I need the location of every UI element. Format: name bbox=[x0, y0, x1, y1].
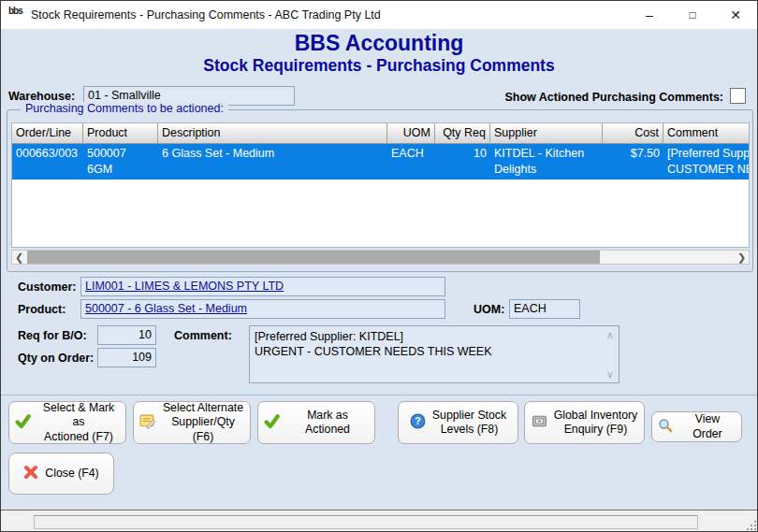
col-supplier[interactable]: Supplier bbox=[490, 123, 603, 143]
cell-order-line: 000663/003 bbox=[12, 144, 83, 180]
green-check-icon bbox=[264, 413, 280, 433]
group-title: Purchasing Comments to be actioned: bbox=[21, 102, 228, 115]
comment-text: [Preferred Supplier: KITDEL] URGENT - CU… bbox=[255, 329, 600, 360]
button-label: Supplier Stock Levels (F8) bbox=[432, 409, 506, 438]
svg-text:?: ? bbox=[415, 415, 420, 426]
product-field[interactable]: 500007 - 6 Glass Set - Medium bbox=[80, 299, 445, 319]
button-label: Select Alternate Supplier/Qty (F6) bbox=[162, 401, 244, 444]
magnifier-icon bbox=[658, 418, 673, 437]
product-label: Product: bbox=[18, 303, 66, 316]
supplier-stock-levels-button[interactable]: ? Supplier Stock Levels (F8) bbox=[398, 401, 518, 444]
button-label: Close (F4) bbox=[45, 467, 98, 481]
col-qty-req[interactable]: Qty Req bbox=[435, 123, 490, 143]
window-title: Stock Requirements - Purchasing Comments… bbox=[31, 1, 381, 29]
maximize-button[interactable]: □ bbox=[671, 1, 714, 29]
req-bo-label: Req for B/O: bbox=[18, 329, 87, 342]
cell-cost: $7.50 bbox=[603, 144, 663, 180]
green-check-icon bbox=[15, 413, 31, 433]
table-header: Order/Line Product Description UOM Qty R… bbox=[12, 123, 749, 144]
mark-as-actioned-button[interactable]: Mark as Actioned bbox=[257, 401, 375, 444]
close-window-button[interactable]: ✕ bbox=[714, 1, 757, 29]
resize-grip[interactable] bbox=[747, 521, 756, 530]
app-title: BBS Accounting bbox=[1, 31, 757, 56]
col-cost[interactable]: Cost bbox=[603, 123, 663, 143]
col-product[interactable]: Product bbox=[83, 123, 158, 143]
inventory-drawer-icon bbox=[532, 413, 547, 433]
help-icon: ? bbox=[410, 413, 426, 433]
cell-qty-req: 10 bbox=[435, 144, 490, 180]
scroll-up-icon[interactable]: ∧ bbox=[604, 328, 617, 341]
button-label: Select & Mark as Actioned (F7) bbox=[37, 401, 120, 444]
scrollbar-thumb[interactable] bbox=[27, 251, 600, 264]
select-mark-actioned-button[interactable]: Select & Mark as Actioned (F7) bbox=[8, 401, 126, 444]
button-label: Mark as Actioned bbox=[286, 409, 369, 438]
show-actioned-checkbox[interactable] bbox=[730, 88, 746, 104]
qty-on-order-label: Qty on Order: bbox=[18, 352, 94, 365]
comment-label: Comment: bbox=[174, 329, 232, 342]
purchasing-comments-group: Purchasing Comments to be actioned: Orde… bbox=[7, 109, 753, 272]
scroll-right-icon[interactable]: ❯ bbox=[735, 251, 749, 264]
button-label: View Order bbox=[679, 412, 736, 441]
app-window: bbs Stock Requirements - Purchasing Comm… bbox=[0, 0, 758, 532]
close-button[interactable]: Close (F4) bbox=[8, 453, 114, 495]
uom-label: UOM: bbox=[474, 303, 504, 316]
table-horizontal-scrollbar[interactable]: ❮ ❯ bbox=[11, 250, 750, 265]
app-icon-monogram: bbs bbox=[8, 6, 22, 16]
col-description[interactable]: Description bbox=[158, 123, 387, 143]
title-bar: bbs Stock Requirements - Purchasing Comm… bbox=[1, 1, 757, 29]
cell-comment: [Preferred Supp CUSTOMER NE bbox=[663, 144, 749, 180]
scroll-down-icon[interactable]: ∨ bbox=[604, 367, 617, 381]
purchasing-comments-table[interactable]: Order/Line Product Description UOM Qty R… bbox=[11, 122, 750, 248]
red-x-icon bbox=[23, 465, 38, 483]
customer-field[interactable]: LIM001 - LIMES & LEMONS PTY LTD bbox=[80, 277, 445, 296]
scroll-left-icon[interactable]: ❮ bbox=[12, 251, 26, 264]
table-row[interactable]: 000663/003 500007 6GM 6 Glass Set - Medi… bbox=[12, 144, 749, 180]
divider bbox=[1, 395, 758, 395]
col-uom[interactable]: UOM bbox=[387, 123, 435, 143]
product-link[interactable]: 500007 - 6 Glass Set - Medium bbox=[85, 302, 247, 315]
cell-supplier: KITDEL - Kitchen Delights bbox=[490, 144, 603, 180]
button-label: Global Inventory Enquiry (F9) bbox=[554, 409, 638, 438]
global-inventory-enquiry-button[interactable]: Global Inventory Enquiry (F9) bbox=[524, 401, 645, 444]
note-edit-icon bbox=[139, 413, 155, 433]
col-comment[interactable]: Comment bbox=[663, 123, 749, 143]
status-panel bbox=[34, 515, 698, 529]
cell-description: 6 Glass Set - Medium bbox=[158, 144, 387, 180]
page-title: Stock Requirements - Purchasing Comments bbox=[1, 56, 757, 76]
status-bar bbox=[1, 510, 758, 532]
qty-on-order-field[interactable]: 109 bbox=[97, 348, 156, 367]
comment-textarea[interactable]: [Preferred Supplier: KITDEL] URGENT - CU… bbox=[249, 325, 620, 383]
warehouse-label: Warehouse: bbox=[8, 90, 75, 103]
select-alternate-supplier-button[interactable]: Select Alternate Supplier/Qty (F6) bbox=[133, 401, 251, 444]
col-order-line[interactable]: Order/Line bbox=[12, 123, 83, 143]
cell-uom: EACH bbox=[387, 144, 435, 180]
cell-product: 500007 6GM bbox=[83, 144, 158, 180]
view-order-button[interactable]: View Order bbox=[651, 411, 742, 442]
uom-field[interactable]: EACH bbox=[509, 299, 580, 319]
customer-label: Customer: bbox=[18, 280, 77, 294]
customer-link[interactable]: LIM001 - LIMES & LEMONS PTY LTD bbox=[85, 280, 284, 293]
minimize-button[interactable]: – bbox=[628, 1, 671, 29]
req-bo-field[interactable]: 10 bbox=[97, 325, 156, 345]
show-actioned-label: Show Actioned Purchasing Comments: bbox=[431, 91, 723, 104]
app-icon: bbs bbox=[8, 7, 25, 23]
